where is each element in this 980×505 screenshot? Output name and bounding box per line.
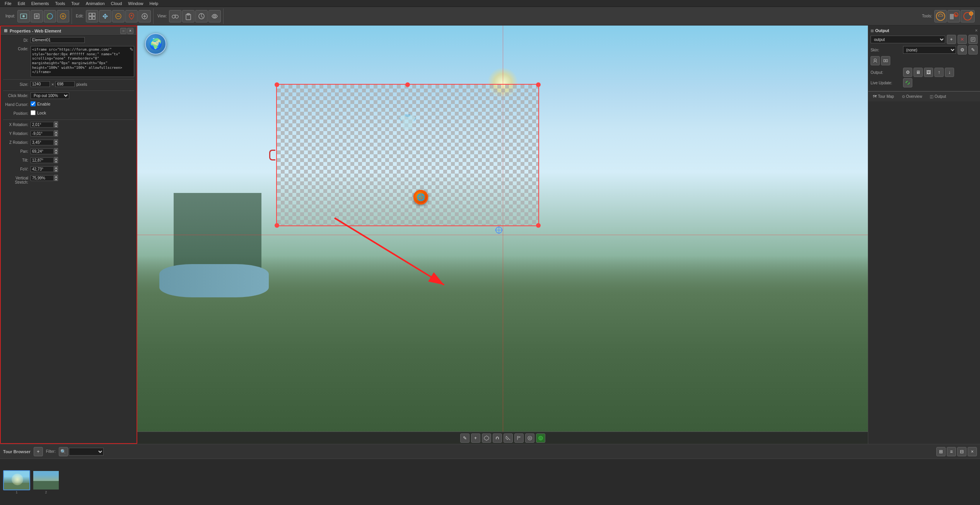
handle-tc[interactable] [405,82,410,87]
edit-btn-move[interactable] [99,10,111,22]
web-element-checker[interactable]: 👕 🌐 [276,84,539,226]
output-folder-select[interactable]: output [871,36,945,43]
tools-btn-2[interactable] [948,10,960,22]
menu-animation[interactable]: Animation [83,0,108,7]
vp-btn-magnet[interactable] [493,433,502,443]
tilt-down[interactable]: ▼ [54,160,58,163]
tab-overview[interactable]: ⊙ Overview [900,94,925,99]
z-rotation-down[interactable]: ▼ [54,142,58,145]
vp-btn-edit[interactable]: ✎ [460,433,470,443]
filter-select[interactable] [69,448,104,456]
vp-btn-flag[interactable] [514,433,524,443]
vp-btn-polygon[interactable] [482,433,491,443]
x-rotation-input[interactable] [31,122,54,128]
edit-btn-3[interactable] [112,10,125,22]
tools-btn-1[interactable] [934,10,947,22]
menu-file[interactable]: File [2,0,15,7]
add-tour-btn[interactable]: + [34,447,43,456]
code-textarea[interactable]: <iframe src="https://forum.gnome.com/" s… [31,46,134,77]
y-rotation-down[interactable]: ▼ [54,133,58,136]
vp-btn-add[interactable]: + [471,433,480,443]
z-rotation-input[interactable] [31,140,54,145]
menu-tools[interactable]: Tools [52,0,68,7]
filter-icon-btn[interactable]: 🔍 [59,447,68,456]
z-rotation-up[interactable]: ▲ [54,139,58,142]
tab-tour-map[interactable]: 🗺 Tour Map [871,94,896,99]
vp-btn-bucket[interactable] [504,433,513,443]
output-add-btn[interactable]: + [947,35,956,44]
output-file-btn[interactable] [968,35,978,44]
pan-input[interactable] [31,148,54,154]
fov-up[interactable]: ▲ [54,166,58,169]
strip-btn-3[interactable]: ⊟ [957,447,966,456]
output-remove-btn[interactable]: ✕ [958,35,967,44]
menu-tour[interactable]: Tour [68,0,82,7]
menu-edit[interactable]: Edit [15,0,28,7]
strip-btn-2[interactable]: ≡ [947,447,956,456]
skin-select[interactable]: (none) [903,46,956,54]
menu-window[interactable]: Window [125,0,146,7]
view-btn-binoculars[interactable] [169,10,181,22]
vertical-stretch-input[interactable] [31,175,54,181]
strip-btn-1[interactable]: ⊞ [936,447,946,456]
y-rotation-input[interactable] [31,131,54,136]
pan-up[interactable]: ▲ [54,148,58,151]
globe-hotspot-topleft[interactable]: 🌍 [145,33,166,55]
panel-minimize-btn[interactable]: ○ [120,28,126,34]
thumbnail-1[interactable]: 1 [3,470,30,494]
tilt-input[interactable] [31,157,54,163]
input-btn-3[interactable] [44,10,56,22]
viewport[interactable]: 🌍 👕 🌐 [137,26,868,444]
menu-help[interactable]: Help [146,0,161,7]
width-input[interactable] [31,81,50,87]
pan-down[interactable]: ▼ [54,151,58,154]
view-btn-clipboard[interactable] [182,10,195,22]
x-rotation-up[interactable]: ▲ [54,121,58,125]
skin-edit-btn[interactable]: ✎ [968,45,978,55]
vp-btn-arrow[interactable] [525,433,534,443]
id-input[interactable] [31,37,85,43]
skin-settings-btn[interactable]: ⚙ [958,45,967,55]
output-icon-upload[interactable]: ↑ [934,68,944,77]
thumb-number-2: 2 [45,490,47,494]
code-edit-icon[interactable]: ✎ [130,47,133,52]
panel-close-btn[interactable]: × [127,28,133,34]
handle-lc[interactable] [269,150,275,160]
menu-elements[interactable]: Elements [28,0,52,7]
output-close-btn[interactable]: × [975,28,978,33]
tilt-up[interactable]: ▲ [54,157,58,160]
fov-down[interactable]: ▼ [54,169,58,172]
output-icon-image[interactable]: 🖼 [924,68,933,77]
vp-btn-globe[interactable] [536,433,545,443]
input-btn-2[interactable] [31,10,43,22]
x-rotation-down[interactable]: ▼ [54,125,58,128]
tools-btn-3[interactable] [961,10,975,22]
skin-icon-2[interactable] [881,56,890,65]
view-btn-clock[interactable] [195,10,208,22]
edit-btn-4[interactable] [125,10,138,22]
output-icon-download[interactable]: ↓ [945,68,954,77]
edit-btn-5[interactable] [138,10,151,22]
thumbnail-2[interactable]: 2 [32,470,60,494]
height-input[interactable] [55,81,75,87]
strip-btn-4[interactable]: × [968,447,977,456]
output-icon-monitor[interactable]: 🖥 [913,68,923,77]
tab-output[interactable]: ◫ Output [927,94,948,99]
output-icon-settings[interactable]: ⚙ [903,68,912,77]
live-update-icon[interactable] [903,78,912,87]
y-rotation-up[interactable]: ▲ [54,130,58,133]
edit-btn-grid[interactable] [86,10,98,22]
view-btn-eye[interactable] [208,10,221,22]
vertical-stretch-up[interactable]: ▲ [54,175,58,178]
hand-cursor-checkbox[interactable] [31,101,36,106]
input-btn-1[interactable] [17,10,30,22]
skin-icon-1[interactable] [871,56,880,65]
vertical-stretch-down[interactable]: ▼ [54,178,58,181]
separator-3 [3,119,134,120]
input-btn-4[interactable] [57,10,69,22]
click-mode-select[interactable]: Pop out 100% Open URL [31,92,69,99]
position-lock-checkbox[interactable] [31,110,36,115]
globe-hotspot-element[interactable]: 🌐 [413,190,428,205]
menu-cloud[interactable]: Cloud [108,0,125,7]
fov-input[interactable] [31,166,54,172]
